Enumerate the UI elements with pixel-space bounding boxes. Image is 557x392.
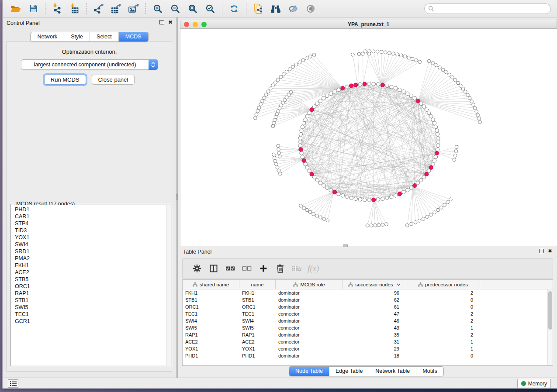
tab-network[interactable]: Network: [31, 32, 64, 41]
task-history-button[interactable]: [8, 379, 18, 388]
float-table-panel-icon[interactable]: [539, 249, 544, 253]
memory-status-icon: [521, 381, 526, 386]
mcds-result-item[interactable]: STP4: [15, 220, 171, 227]
cell-successor-nodes: 96: [343, 290, 406, 296]
float-panel-icon[interactable]: [159, 20, 164, 24]
trash-icon[interactable]: [273, 262, 287, 275]
mcds-result-item[interactable]: ORC1: [15, 283, 171, 290]
close-panel-icon[interactable]: ✖: [168, 20, 173, 24]
mcds-result-item[interactable]: PHD1: [15, 206, 171, 213]
table-row[interactable]: RAP1RAP1dominator352: [183, 331, 553, 338]
import-table-icon[interactable]: [68, 2, 81, 15]
cell-shared-name: FKH1: [183, 290, 239, 296]
save-icon[interactable]: [27, 2, 40, 15]
tab-edge-table[interactable]: Edge Table: [329, 367, 369, 376]
dropdown-selected-value: largest connected component (undirected): [21, 62, 158, 68]
column-header-name[interactable]: name: [239, 280, 276, 289]
open-folder-icon[interactable]: [9, 2, 22, 15]
table-row[interactable]: SWI5SWI5connector431: [183, 324, 553, 331]
table-row[interactable]: SWI4SWI4dominator462: [183, 317, 553, 324]
mcds-result-item[interactable]: YOX1: [15, 234, 171, 241]
network-canvas[interactable]: [180, 29, 557, 246]
main-toolbar: [3, 0, 557, 17]
table-row[interactable]: PHD1PHD1dominator180: [183, 352, 553, 359]
table-row[interactable]: TEC1TEC1connector472: [183, 310, 553, 317]
zoom-in-icon[interactable]: [151, 2, 164, 15]
tab-style[interactable]: Style: [64, 32, 90, 41]
select-all-icon[interactable]: [224, 262, 237, 275]
show-details-icon[interactable]: [304, 2, 317, 15]
network-graph[interactable]: [180, 29, 557, 246]
cell-shared-name: RAP1: [183, 332, 239, 337]
mcds-result-item[interactable]: TID3: [15, 227, 171, 234]
column-header-successor-nodes[interactable]: successor nodes: [343, 280, 406, 289]
tab-node-table[interactable]: Node Table: [289, 367, 329, 376]
search-input[interactable]: [437, 6, 547, 12]
cell-successor-nodes: 18: [343, 353, 406, 358]
cell-name: PHD1: [239, 353, 276, 358]
network-window-titlebar[interactable]: YPA_prune.txt_1: [180, 20, 557, 29]
export-network-icon[interactable]: [92, 2, 105, 15]
export-table-icon[interactable]: [110, 2, 123, 15]
table-row[interactable]: ACE2ACE2connector311: [183, 338, 553, 345]
search-box[interactable]: [424, 3, 551, 14]
tab-network-table[interactable]: Network Table: [369, 367, 416, 376]
node-table[interactable]: shared namenameMCDS rolesuccessor nodesp…: [182, 279, 553, 366]
table-toolbar: f(x): [182, 258, 553, 279]
network-window-title: YPA_prune.txt_1: [180, 21, 557, 28]
mcds-result-item[interactable]: SWI5: [15, 304, 171, 311]
import-network-icon[interactable]: [51, 2, 64, 15]
close-panel-button[interactable]: Close panel: [92, 75, 135, 85]
mcds-result-item[interactable]: CAR1: [15, 213, 171, 220]
zoom-selected-icon[interactable]: [204, 2, 217, 15]
mcds-result-item[interactable]: SRD1: [15, 248, 171, 255]
mcds-result-item[interactable]: SWI4: [15, 241, 171, 248]
fx-function-builder-icon[interactable]: f(x): [308, 264, 319, 273]
mcds-result-item[interactable]: PMA2: [15, 255, 171, 262]
optimization-criterion-dropdown[interactable]: largest connected component (undirected): [21, 59, 158, 70]
mcds-result-item[interactable]: STB1: [15, 297, 171, 304]
table-row[interactable]: STB1STB1dominator620: [183, 296, 553, 303]
cell-successor-nodes: 47: [343, 311, 406, 316]
mcds-result-item[interactable]: TEC1: [15, 311, 171, 318]
clear-selection-icon[interactable]: [240, 262, 253, 275]
mcds-result-item[interactable]: RAP1: [15, 290, 171, 297]
control-panel-tabs: NetworkStyleSelectMCDS: [30, 32, 148, 42]
table-scrollbar-thumb[interactable]: [548, 291, 552, 330]
table-row[interactable]: YOX1YOX1connector291: [183, 345, 553, 352]
export-image-icon[interactable]: [127, 2, 140, 15]
close-table-panel-icon[interactable]: ✖: [548, 249, 552, 253]
table-body: FKH1FKH1dominator962STB1STB1dominator620…: [183, 289, 553, 359]
horizontal-splitter-grip[interactable]: [343, 244, 348, 247]
tab-mcds[interactable]: MCDS: [119, 32, 148, 41]
run-mcds-button[interactable]: Run MCDS: [44, 75, 86, 85]
column-header-predecessor-nodes[interactable]: predecessor nodes: [406, 280, 480, 289]
zoom-fit-icon[interactable]: [186, 2, 199, 15]
mcds-result-item[interactable]: ACE2: [15, 269, 171, 276]
refresh-icon[interactable]: [228, 2, 241, 15]
mcds-result-item[interactable]: STB5: [15, 276, 171, 283]
zoom-out-icon[interactable]: [169, 2, 182, 15]
tab-select[interactable]: Select: [90, 32, 119, 41]
binoculars-icon[interactable]: [269, 2, 282, 15]
mcds-result-item[interactable]: FKH1: [15, 262, 171, 269]
delete-column-icon[interactable]: [290, 262, 303, 275]
columns-icon[interactable]: [207, 262, 220, 275]
hide-details-icon[interactable]: [287, 2, 300, 15]
table-row[interactable]: FKH1FKH1dominator962: [183, 289, 553, 296]
column-header-MCDS-role[interactable]: MCDS role: [276, 280, 343, 289]
column-header-shared-name[interactable]: shared name: [183, 280, 239, 289]
mcds-result-item[interactable]: GCR1: [15, 318, 171, 325]
table-row[interactable]: ORC1ORC1dominator610: [183, 303, 553, 310]
memory-button[interactable]: Memory: [517, 379, 551, 388]
gear-icon[interactable]: [190, 262, 204, 275]
add-row-icon[interactable]: [257, 262, 270, 275]
cell-shared-name: YOX1: [183, 346, 239, 351]
mcds-result-list[interactable]: PHD1CAR1STP4TID3YOX1SWI4SRD1PMA2FKH1ACE2…: [11, 205, 171, 365]
mcds-list-scrollbar[interactable]: [166, 205, 171, 365]
memory-label: Memory: [528, 381, 547, 387]
cell-name: STB1: [239, 297, 276, 303]
network-doc-icon[interactable]: [252, 2, 265, 15]
table-scrollbar[interactable]: [547, 289, 553, 365]
tab-motifs[interactable]: Motifs: [416, 367, 443, 376]
